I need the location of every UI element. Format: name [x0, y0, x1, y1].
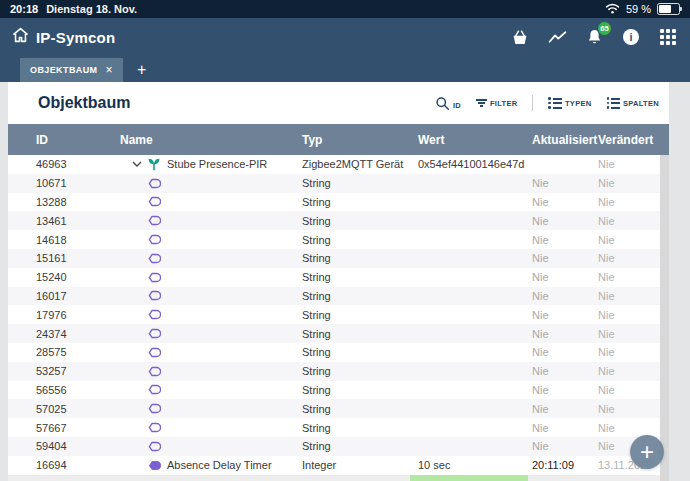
column-header-wert[interactable]: Wert: [418, 133, 532, 147]
object-aktualisiert: Nie: [532, 403, 594, 415]
app-header: IP-Symcon 65 i: [0, 18, 690, 56]
app-title: IP-Symcon: [36, 29, 115, 46]
object-type-icon: [146, 422, 162, 433]
object-type-icon: [146, 157, 162, 171]
battery-icon: [657, 3, 680, 15]
column-header-aktualisiert[interactable]: Aktualisiert: [532, 133, 594, 147]
object-id: 13461: [8, 215, 120, 227]
filter-icon: [476, 97, 487, 108]
search-id-label: ID: [453, 101, 461, 111]
object-name-cell: [120, 328, 302, 339]
toolbar: ID FILTER TYPEN: [435, 95, 659, 111]
tab-objektbaum[interactable]: OBJEKTBAUM ×: [20, 58, 123, 82]
object-aktualisiert: Nie: [532, 309, 594, 321]
object-typ: String: [302, 234, 418, 246]
table-row[interactable]: 46963 Stube Presence-PIR Zigbee2MQ: [8, 155, 669, 174]
table-row[interactable]: 15240 String Nie Nie: [8, 268, 669, 287]
object-name-cell: Stube Presence-PIR: [120, 157, 302, 171]
object-typ: String: [302, 215, 418, 227]
table-row[interactable]: 14618 String Nie Nie: [8, 230, 669, 249]
table-row[interactable]: 24374 String Nie Nie: [8, 324, 669, 343]
chart-icon[interactable]: [547, 27, 567, 47]
notifications-bell-icon[interactable]: 65: [584, 27, 604, 47]
object-typ: String: [302, 346, 418, 358]
object-name-cell: [120, 272, 302, 283]
spalten-button[interactable]: SPALTEN: [607, 97, 660, 109]
app-home[interactable]: IP-Symcon: [12, 27, 115, 47]
column-header-veraendert[interactable]: Verändert: [594, 133, 669, 147]
table-row[interactable]: 28575 String Nie Nie: [8, 343, 669, 362]
vertical-scrollbar[interactable]: [660, 155, 669, 481]
store-icon[interactable]: [510, 27, 530, 47]
object-veraendert: Nie: [594, 234, 669, 246]
object-typ: String: [302, 328, 418, 340]
object-typ: String: [302, 309, 418, 321]
tab-label: OBJEKTBAUM: [30, 65, 98, 75]
object-type-icon: [146, 253, 162, 264]
table-row[interactable]: 13461 String Nie Nie: [8, 211, 669, 230]
filter-button[interactable]: FILTER: [476, 97, 518, 108]
object-veraendert: Nie: [594, 346, 669, 358]
list-icon: [607, 97, 621, 109]
object-name-cell: [120, 196, 302, 207]
table-row[interactable]: 59404 String Nie Nie: [8, 437, 669, 456]
wifi-icon: [605, 3, 620, 16]
object-veraendert: Nie: [594, 384, 669, 396]
table-row[interactable]: 57025 String Nie Nie: [8, 399, 669, 418]
column-header-name[interactable]: Name: [120, 133, 302, 147]
object-type-icon: [146, 328, 162, 339]
object-tree-table: 46963 Stube Presence-PIR Zigbee2MQ: [8, 155, 669, 481]
object-type-icon: [146, 178, 162, 189]
object-name-cell: [120, 309, 302, 320]
object-id: 28575: [8, 346, 120, 358]
object-type-icon: [146, 309, 162, 320]
object-typ: String: [302, 271, 418, 283]
typen-button[interactable]: TYPEN: [548, 97, 591, 109]
table-row[interactable]: 57667 String Nie Nie: [8, 418, 669, 437]
object-id: 13288: [8, 196, 120, 208]
object-id: 16694: [8, 459, 120, 471]
object-typ: String: [302, 384, 418, 396]
object-typ: String: [302, 403, 418, 415]
object-typ: String: [302, 365, 418, 377]
table-row[interactable]: 10671 String Nie Nie: [8, 174, 669, 193]
table-row[interactable]: 16694 Absence Delay Timer Integer: [8, 456, 669, 475]
apps-grid-icon[interactable]: [658, 27, 678, 47]
spalten-label: SPALTEN: [623, 99, 659, 109]
table-row[interactable]: 53257 String Nie Nie: [8, 362, 669, 381]
filter-label: FILTER: [490, 99, 518, 109]
object-type-icon: [146, 441, 162, 452]
tab-close-icon[interactable]: ×: [106, 64, 113, 76]
object-veraendert: Nie: [594, 365, 669, 377]
object-veraendert: Nie: [594, 215, 669, 227]
table-row[interactable]: 15161 String Nie Nie: [8, 249, 669, 268]
table-row[interactable]: 16017 String Nie Nie: [8, 287, 669, 306]
table-row[interactable]: 13288 String Nie Nie: [8, 193, 669, 212]
object-type-icon: [146, 215, 162, 226]
date: Dienstag 18. Nov.: [46, 3, 137, 15]
content-card: Objektbaum ID FILTER TYPEN: [8, 82, 669, 481]
column-header-id[interactable]: ID: [8, 133, 120, 147]
object-aktualisiert: Nie: [532, 290, 594, 302]
table-row[interactable]: 56556 String Nie Nie: [8, 381, 669, 400]
object-aktualisiert: Nie: [532, 346, 594, 358]
object-type-icon: [146, 290, 162, 301]
object-aktualisiert: 20:11:09: [532, 459, 594, 471]
object-name: Stube Presence-PIR: [167, 158, 267, 170]
search-id-button[interactable]: ID: [435, 96, 461, 111]
column-header-typ[interactable]: Typ: [302, 133, 418, 147]
page-title: Objektbaum: [38, 94, 130, 112]
tab-add-button[interactable]: +: [137, 58, 146, 82]
info-icon[interactable]: i: [621, 27, 641, 47]
object-name-cell: [120, 441, 302, 452]
object-type-icon: [146, 403, 162, 414]
object-id: 16017: [8, 290, 120, 302]
object-typ: String: [302, 177, 418, 189]
object-name-cell: Absence Delay Timer: [120, 459, 302, 471]
chevron-down-icon[interactable]: [132, 161, 144, 167]
object-id: 14618: [8, 234, 120, 246]
object-name-cell: [120, 253, 302, 264]
table-row[interactable]: 17976 String Nie Nie: [8, 305, 669, 324]
add-object-button[interactable]: +: [630, 435, 664, 469]
object-veraendert: Nie: [594, 196, 669, 208]
